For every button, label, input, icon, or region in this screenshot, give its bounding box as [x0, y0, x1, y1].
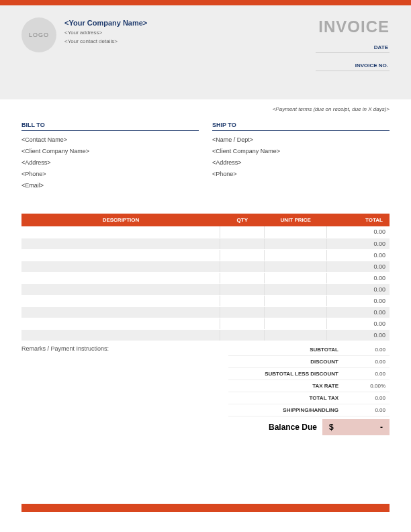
discount-label: DISCOUNT	[228, 359, 338, 365]
subtotal-less-row: SUBTOTAL LESS DISCOUNT 0.00	[228, 368, 390, 380]
table-row: 0.00	[21, 261, 390, 272]
balance-currency: $	[329, 423, 334, 432]
discount-row: DISCOUNT 0.00	[228, 356, 390, 368]
table-row: 0.00	[21, 295, 390, 306]
cell-total: 0.00	[327, 261, 390, 272]
subtotal-less-value: 0.00	[338, 371, 385, 377]
cell-unit-price	[265, 272, 327, 283]
cell-description	[21, 318, 220, 329]
cell-unit-price	[265, 295, 327, 306]
logo-placeholder: LOGO	[21, 17, 56, 52]
subtotal-label: SUBTOTAL	[228, 347, 338, 353]
cell-description	[21, 329, 220, 341]
subtotal-row: SUBTOTAL 0.00	[228, 344, 390, 356]
totals-block: SUBTOTAL 0.00 DISCOUNT 0.00 SUBTOTAL LES…	[228, 344, 390, 435]
col-description: DESCRIPTION	[21, 214, 220, 226]
table-row: 0.00	[21, 226, 390, 238]
ship-to-line: <Name / Dept>	[212, 136, 390, 143]
table-row: 0.00	[21, 283, 390, 295]
cell-total: 0.00	[327, 272, 390, 283]
cell-total: 0.00	[327, 306, 390, 318]
ship-to-header: SHIP TO	[212, 122, 390, 131]
balance-due-box: $ -	[322, 419, 390, 435]
cell-qty	[220, 226, 265, 238]
cell-qty	[220, 295, 265, 306]
table-row: 0.00	[21, 249, 390, 261]
col-unit-price: UNIT PRICE	[265, 214, 327, 226]
ship-to-column: SHIP TO <Name / Dept> <Client Company Na…	[212, 122, 390, 193]
cell-description	[21, 306, 220, 318]
bill-to-line: <Client Company Name>	[21, 148, 199, 154]
subtotal-value: 0.00	[338, 347, 385, 353]
cell-total: 0.00	[327, 226, 390, 238]
bill-to-line: <Contact Name>	[21, 136, 199, 143]
ship-to-line: <Address>	[212, 159, 390, 166]
line-items-table: DESCRIPTION QTY UNIT PRICE TOTAL 0.00 0.…	[21, 214, 390, 341]
cell-total: 0.00	[327, 249, 390, 261]
cell-qty	[220, 272, 265, 283]
company-info: <Your Company Name> <Your address> <Your…	[64, 19, 147, 44]
tax-rate-row: TAX RATE 0.00%	[228, 380, 390, 392]
total-tax-label: TOTAL TAX	[228, 395, 338, 401]
bill-to-line: <Address>	[21, 159, 199, 166]
shipping-row: SHIPPING/HANDLING 0.00	[228, 404, 390, 416]
cell-qty	[220, 306, 265, 318]
cell-unit-price	[265, 283, 327, 295]
summary-section: Remarks / Payment Instructions: SUBTOTAL…	[21, 344, 390, 435]
date-label: DATE	[316, 44, 390, 53]
cell-qty	[220, 283, 265, 295]
table-row: 0.00	[21, 238, 390, 249]
cell-qty	[220, 261, 265, 272]
balance-due-label: Balance Due	[228, 423, 322, 432]
cell-description	[21, 238, 220, 249]
bill-to-line: <Email>	[21, 182, 199, 189]
table-row: 0.00	[21, 272, 390, 283]
company-address: <Your address>	[64, 30, 147, 36]
cell-total: 0.00	[327, 295, 390, 306]
tax-rate-label: TAX RATE	[228, 383, 338, 389]
cell-qty	[220, 318, 265, 329]
cell-qty	[220, 238, 265, 249]
col-total: TOTAL	[327, 214, 390, 226]
cell-unit-price	[265, 238, 327, 249]
cell-description	[21, 283, 220, 295]
logo-block: LOGO <Your Company Name> <Your address> …	[21, 17, 147, 85]
invoice-meta-block: INVOICE DATE INVOICE NO.	[316, 17, 390, 85]
cell-unit-price	[265, 249, 327, 261]
table-row: 0.00	[21, 306, 390, 318]
remarks-label: Remarks / Payment Instructions:	[21, 344, 228, 435]
cell-unit-price	[265, 306, 327, 318]
invoice-no-label: INVOICE NO.	[316, 62, 390, 71]
cell-unit-price	[265, 318, 327, 329]
cell-description	[21, 295, 220, 306]
cell-unit-price	[265, 226, 327, 238]
bill-to-column: BILL TO <Contact Name> <Client Company N…	[21, 122, 199, 193]
bill-to-header: BILL TO	[21, 122, 199, 131]
cell-total: 0.00	[327, 318, 390, 329]
cell-total: 0.00	[327, 283, 390, 295]
table-row: 0.00	[21, 329, 390, 341]
company-name: <Your Company Name>	[64, 19, 147, 27]
cell-description	[21, 249, 220, 261]
address-grid: BILL TO <Contact Name> <Client Company N…	[21, 122, 390, 193]
top-accent-bar	[0, 0, 411, 5]
cell-total: 0.00	[327, 329, 390, 341]
total-tax-row: TOTAL TAX 0.00	[228, 392, 390, 404]
payment-terms: <Payment terms (due on receipt, due in X…	[21, 106, 390, 112]
cell-unit-price	[265, 329, 327, 341]
col-qty: QTY	[220, 214, 265, 226]
subtotal-less-label: SUBTOTAL LESS DISCOUNT	[228, 371, 338, 377]
discount-value: 0.00	[338, 359, 385, 365]
cell-qty	[220, 329, 265, 341]
cell-qty	[220, 249, 265, 261]
cell-description	[21, 272, 220, 283]
header-section: LOGO <Your Company Name> <Your address> …	[0, 5, 411, 99]
balance-due-row: Balance Due $ -	[228, 419, 390, 435]
shipping-label: SHIPPING/HANDLING	[228, 407, 338, 413]
ship-to-line: <Client Company Name>	[212, 148, 390, 154]
invoice-title: INVOICE	[316, 17, 390, 36]
cell-description	[21, 226, 220, 238]
footer-accent-bar	[21, 504, 390, 512]
total-tax-value: 0.00	[338, 395, 385, 401]
shipping-value: 0.00	[338, 407, 385, 413]
